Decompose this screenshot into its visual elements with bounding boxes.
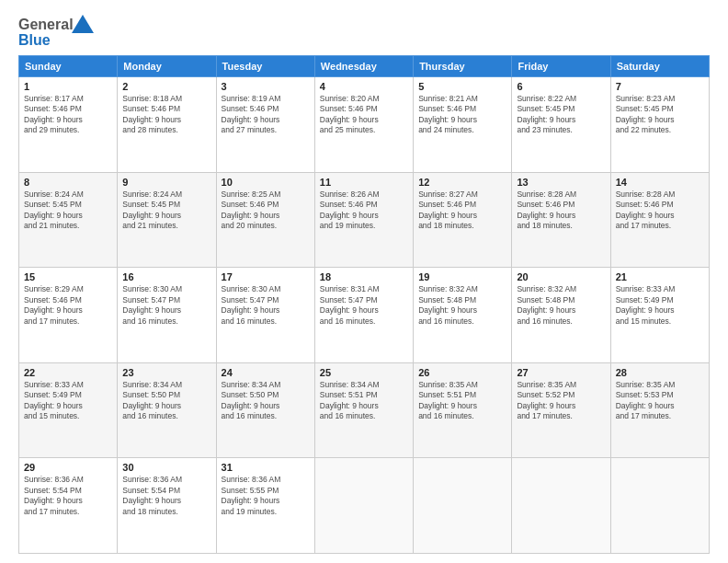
day-number: 17	[222, 271, 310, 282]
day-number: 10	[222, 177, 310, 188]
weekday-header-tuesday: Tuesday	[216, 56, 314, 77]
calendar-cell: 6Sunrise: 8:22 AM Sunset: 5:45 PM Daylig…	[512, 77, 610, 173]
calendar-cell: 22Sunrise: 8:33 AM Sunset: 5:49 PM Dayli…	[19, 362, 118, 458]
calendar-cell: 23Sunrise: 8:34 AM Sunset: 5:50 PM Dayli…	[118, 362, 216, 458]
calendar-cell: 25Sunrise: 8:34 AM Sunset: 5:51 PM Dayli…	[314, 362, 413, 458]
calendar-cell: 11Sunrise: 8:26 AM Sunset: 5:46 PM Dayli…	[314, 172, 413, 268]
calendar-cell: 24Sunrise: 8:34 AM Sunset: 5:50 PM Dayli…	[216, 362, 314, 458]
calendar-cell: 9Sunrise: 8:24 AM Sunset: 5:45 PM Daylig…	[118, 172, 216, 268]
day-number: 30	[122, 462, 210, 473]
day-info: Sunrise: 8:35 AM Sunset: 5:53 PM Dayligh…	[616, 380, 704, 422]
day-info: Sunrise: 8:24 AM Sunset: 5:45 PM Dayligh…	[24, 190, 112, 232]
day-number: 2	[122, 81, 210, 92]
day-number: 13	[517, 177, 605, 188]
day-info: Sunrise: 8:19 AM Sunset: 5:46 PM Dayligh…	[222, 94, 310, 136]
svg-text:General: General	[18, 17, 74, 32]
calendar-cell: 18Sunrise: 8:31 AM Sunset: 5:47 PM Dayli…	[314, 268, 413, 363]
day-info: Sunrise: 8:24 AM Sunset: 5:45 PM Dayligh…	[122, 190, 210, 232]
day-number: 31	[222, 462, 310, 473]
calendar-cell: 4Sunrise: 8:20 AM Sunset: 5:46 PM Daylig…	[314, 77, 413, 173]
day-number: 11	[320, 177, 408, 188]
calendar-cell: 31Sunrise: 8:36 AM Sunset: 5:55 PM Dayli…	[216, 458, 314, 554]
calendar-cell: 7Sunrise: 8:23 AM Sunset: 5:45 PM Daylig…	[610, 77, 709, 173]
page: GeneralBlue SundayMondayTuesdayWednesday…	[0, 0, 728, 563]
calendar-cell: 8Sunrise: 8:24 AM Sunset: 5:45 PM Daylig…	[19, 172, 118, 268]
day-number: 3	[222, 81, 310, 92]
calendar-cell	[512, 458, 610, 554]
day-number: 25	[320, 367, 408, 378]
calendar-cell: 30Sunrise: 8:36 AM Sunset: 5:54 PM Dayli…	[118, 458, 216, 554]
calendar-cell: 14Sunrise: 8:28 AM Sunset: 5:46 PM Dayli…	[610, 172, 709, 268]
calendar-cell: 27Sunrise: 8:35 AM Sunset: 5:52 PM Dayli…	[512, 362, 610, 458]
logo-svg: GeneralBlue	[18, 15, 101, 52]
day-info: Sunrise: 8:33 AM Sunset: 5:49 PM Dayligh…	[616, 284, 704, 327]
calendar-cell	[414, 458, 512, 554]
calendar-cell	[610, 458, 709, 554]
calendar-cell: 20Sunrise: 8:32 AM Sunset: 5:48 PM Dayli…	[512, 268, 610, 363]
day-info: Sunrise: 8:23 AM Sunset: 5:45 PM Dayligh…	[616, 94, 704, 136]
calendar-cell: 21Sunrise: 8:33 AM Sunset: 5:49 PM Dayli…	[610, 268, 709, 363]
day-number: 28	[616, 367, 704, 378]
day-info: Sunrise: 8:26 AM Sunset: 5:46 PM Dayligh…	[320, 190, 408, 232]
day-number: 6	[517, 81, 605, 92]
calendar-cell: 26Sunrise: 8:35 AM Sunset: 5:51 PM Dayli…	[414, 362, 512, 458]
day-number: 7	[616, 81, 704, 92]
day-info: Sunrise: 8:30 AM Sunset: 5:47 PM Dayligh…	[222, 284, 310, 327]
day-number: 24	[222, 367, 310, 378]
svg-marker-2	[72, 15, 94, 33]
day-number: 19	[418, 271, 506, 282]
day-info: Sunrise: 8:22 AM Sunset: 5:45 PM Dayligh…	[517, 94, 605, 136]
day-info: Sunrise: 8:27 AM Sunset: 5:46 PM Dayligh…	[418, 190, 506, 232]
day-info: Sunrise: 8:28 AM Sunset: 5:46 PM Dayligh…	[616, 190, 704, 232]
calendar-cell: 5Sunrise: 8:21 AM Sunset: 5:46 PM Daylig…	[414, 77, 512, 173]
calendar-cell: 29Sunrise: 8:36 AM Sunset: 5:54 PM Dayli…	[19, 458, 118, 554]
day-number: 12	[418, 177, 506, 188]
day-info: Sunrise: 8:31 AM Sunset: 5:47 PM Dayligh…	[320, 284, 408, 327]
calendar-cell: 19Sunrise: 8:32 AM Sunset: 5:48 PM Dayli…	[414, 268, 512, 363]
day-number: 20	[517, 271, 605, 282]
day-info: Sunrise: 8:34 AM Sunset: 5:51 PM Dayligh…	[320, 380, 408, 422]
weekday-header-friday: Friday	[512, 56, 610, 77]
day-info: Sunrise: 8:32 AM Sunset: 5:48 PM Dayligh…	[517, 284, 605, 327]
day-number: 1	[24, 81, 112, 92]
day-info: Sunrise: 8:18 AM Sunset: 5:46 PM Dayligh…	[122, 94, 210, 136]
calendar-cell: 28Sunrise: 8:35 AM Sunset: 5:53 PM Dayli…	[610, 362, 709, 458]
day-info: Sunrise: 8:30 AM Sunset: 5:47 PM Dayligh…	[122, 284, 210, 327]
day-info: Sunrise: 8:17 AM Sunset: 5:46 PM Dayligh…	[24, 94, 112, 136]
calendar-cell: 13Sunrise: 8:28 AM Sunset: 5:46 PM Dayli…	[512, 172, 610, 268]
day-info: Sunrise: 8:21 AM Sunset: 5:46 PM Dayligh…	[418, 94, 506, 136]
day-info: Sunrise: 8:36 AM Sunset: 5:54 PM Dayligh…	[122, 475, 210, 517]
day-number: 9	[122, 177, 210, 188]
day-number: 14	[616, 177, 704, 188]
day-number: 29	[24, 462, 112, 473]
weekday-header-wednesday: Wednesday	[314, 56, 413, 77]
svg-text:Blue: Blue	[18, 32, 51, 48]
day-info: Sunrise: 8:28 AM Sunset: 5:46 PM Dayligh…	[517, 190, 605, 232]
day-number: 4	[320, 81, 408, 92]
calendar-cell: 12Sunrise: 8:27 AM Sunset: 5:46 PM Dayli…	[414, 172, 512, 268]
weekday-header-thursday: Thursday	[414, 56, 512, 77]
calendar-cell: 15Sunrise: 8:29 AM Sunset: 5:46 PM Dayli…	[19, 268, 118, 363]
day-info: Sunrise: 8:34 AM Sunset: 5:50 PM Dayligh…	[222, 380, 310, 422]
day-number: 5	[418, 81, 506, 92]
day-number: 22	[24, 367, 112, 378]
day-info: Sunrise: 8:32 AM Sunset: 5:48 PM Dayligh…	[418, 284, 506, 327]
day-number: 26	[418, 367, 506, 378]
calendar-cell: 16Sunrise: 8:30 AM Sunset: 5:47 PM Dayli…	[118, 268, 216, 363]
day-info: Sunrise: 8:34 AM Sunset: 5:50 PM Dayligh…	[122, 380, 210, 422]
day-info: Sunrise: 8:20 AM Sunset: 5:46 PM Dayligh…	[320, 94, 408, 136]
calendar-cell: 1Sunrise: 8:17 AM Sunset: 5:46 PM Daylig…	[19, 77, 118, 173]
day-number: 16	[122, 271, 210, 282]
day-number: 8	[24, 177, 112, 188]
day-number: 21	[616, 271, 704, 282]
day-info: Sunrise: 8:35 AM Sunset: 5:52 PM Dayligh…	[517, 380, 605, 422]
day-number: 23	[122, 367, 210, 378]
calendar-cell: 2Sunrise: 8:18 AM Sunset: 5:46 PM Daylig…	[118, 77, 216, 173]
day-info: Sunrise: 8:35 AM Sunset: 5:51 PM Dayligh…	[418, 380, 506, 422]
day-info: Sunrise: 8:25 AM Sunset: 5:46 PM Dayligh…	[222, 190, 310, 232]
weekday-header-monday: Monday	[118, 56, 216, 77]
day-info: Sunrise: 8:29 AM Sunset: 5:46 PM Dayligh…	[24, 284, 112, 327]
weekday-header-saturday: Saturday	[610, 56, 709, 77]
calendar-table: SundayMondayTuesdayWednesdayThursdayFrid…	[18, 55, 710, 554]
calendar-cell: 17Sunrise: 8:30 AM Sunset: 5:47 PM Dayli…	[216, 268, 314, 363]
